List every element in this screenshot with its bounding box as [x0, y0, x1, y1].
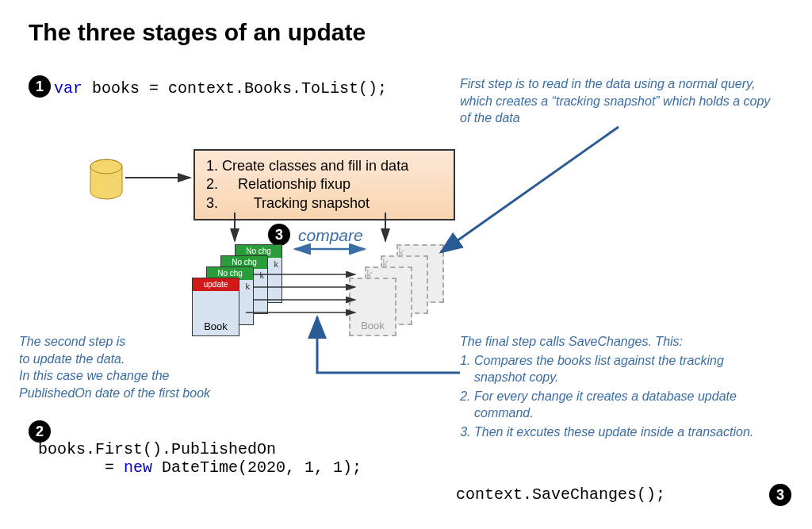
code-text: DateTime(2020, 1, 1);	[152, 458, 362, 477]
card-label: Book	[350, 320, 395, 332]
compare-label: compare	[298, 226, 363, 245]
process-step: 3. Tracking snapshot	[206, 194, 442, 213]
stage-badge-3-compare: 3	[268, 224, 290, 246]
tag-update: update	[193, 278, 239, 291]
annotation-list-item: Then it excutes these update inside a tr…	[474, 424, 777, 441]
card-label: Book	[193, 320, 239, 332]
annotation-list-item: For every change it creates a database u…	[474, 388, 777, 422]
process-step: 1. Create classes and fill in data	[206, 157, 442, 175]
keyword: new	[124, 458, 152, 477]
code-text: books.First().PublishedOn	[38, 440, 276, 458]
code-savechanges: context.SaveChanges();	[456, 485, 665, 504]
process-box: 1. Create classes and fill in data 2. Re…	[193, 149, 455, 220]
code-read: var books = context.Books.ToList();	[54, 79, 387, 98]
page-title: The three stages of an update	[29, 19, 366, 46]
keyword: var	[54, 79, 82, 98]
card-letter: k	[246, 282, 251, 291]
card-letter: k	[274, 259, 279, 269]
card-letter: k	[260, 270, 265, 280]
annotation-step3: The final step calls SaveChanges. This: …	[460, 333, 777, 441]
database-icon	[89, 159, 124, 203]
code-text: books = context.Books.ToList();	[82, 79, 387, 98]
annotation-text: The final step calls SaveChanges. This:	[460, 333, 777, 351]
snapshot-card: Book	[349, 278, 396, 336]
code-update: books.First().PublishedOn = new DateTime…	[38, 440, 362, 477]
process-step: 2. Relationship fixup	[206, 175, 442, 194]
stage-badge-2: 2	[29, 420, 51, 443]
stage-badge-3-code: 3	[769, 484, 791, 506]
annotation-step1: First step is to read in the data using …	[460, 75, 777, 127]
annotation-list-item: Compares the books list against the trac…	[474, 352, 777, 386]
stage-badge-1: 1	[29, 75, 51, 98]
code-text: =	[38, 458, 124, 477]
annotation-step2: The second step is to update the data. I…	[19, 333, 241, 401]
book-card-updated: update Book	[192, 278, 239, 336]
svg-line-10	[441, 127, 619, 252]
